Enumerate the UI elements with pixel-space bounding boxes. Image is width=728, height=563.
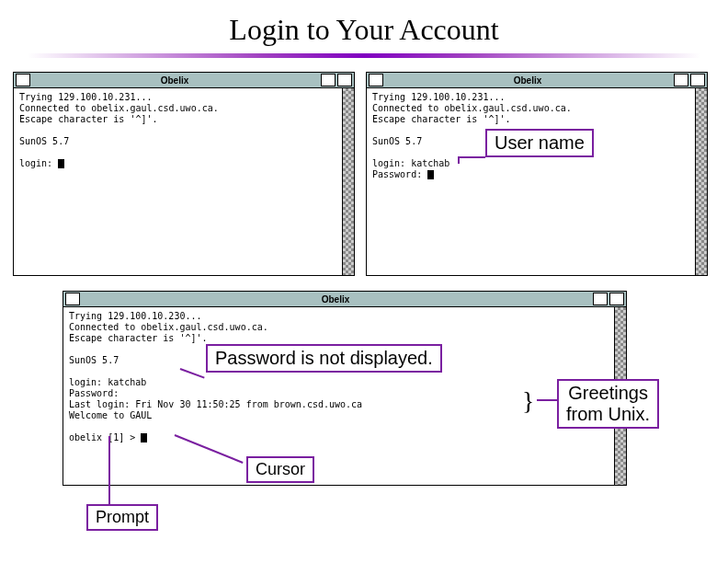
sysmenu-icon <box>16 74 30 86</box>
sysmenu-icon <box>65 293 80 305</box>
callout-connector <box>458 156 485 158</box>
terminal-line: SunOS 5.7 <box>372 136 422 146</box>
callout-cursor: Cursor <box>246 456 314 483</box>
terminal-line: Escape character is '^]'. <box>372 114 511 124</box>
cursor-block-icon <box>427 170 434 179</box>
window-title: Obelix <box>30 75 319 86</box>
callout-password: Password is not displayed. <box>206 344 442 373</box>
terminal-body: Trying 129.100.10.231... Connected to ob… <box>14 88 354 173</box>
callout-username: User name <box>485 129 594 157</box>
terminal-line: SunOS 5.7 <box>19 136 69 146</box>
terminal-password-prompt: Obelix Trying 129.100.10.231... Connecte… <box>366 72 708 276</box>
terminal-line: login: katchab <box>69 377 146 387</box>
titlebar: Obelix <box>63 292 626 307</box>
terminal-login-prompt: Obelix Trying 129.100.10.231... Connecte… <box>13 72 355 276</box>
callout-connector <box>108 436 110 504</box>
title-underline <box>28 53 700 58</box>
terminal-line: Trying 129.100.10.231... <box>19 92 153 102</box>
terminal-line: Escape character is '^]'. <box>19 114 158 124</box>
titlebar: Obelix <box>367 73 707 88</box>
terminal-line: Welcome to GAUL <box>69 410 152 420</box>
brace-icon: } <box>522 386 534 416</box>
minimize-icon <box>593 293 608 305</box>
terminal-line: Connected to obelix.gaul.csd.uwo.ca. <box>19 103 219 113</box>
minimize-icon <box>321 74 336 86</box>
window-title: Obelix <box>383 75 672 86</box>
terminal-line: Password: <box>69 388 119 398</box>
terminal-line: Connected to obelix.gaul.csd.uwo.ca. <box>69 322 268 332</box>
terminal-logged-in: Obelix Trying 129.100.10.230... Connecte… <box>63 291 627 486</box>
terminal-line: Trying 129.100.10.230... <box>69 311 202 321</box>
scrollbar <box>695 88 707 275</box>
terminal-line: login: <box>19 158 58 168</box>
terminal-line: obelix [1] > <box>69 432 141 442</box>
terminal-line: login: katchab <box>372 158 449 168</box>
scrollbar <box>342 88 354 275</box>
terminal-line: Last login: Fri Nov 30 11:50:25 from bro… <box>69 399 362 409</box>
terminal-line: Trying 129.100.10.231... <box>372 92 506 102</box>
terminal-line: SunOS 5.7 <box>69 355 119 365</box>
cursor-block-icon <box>141 433 147 442</box>
terminal-line: Connected to obelix.gaul.csd.uwo.ca. <box>372 103 572 113</box>
titlebar: Obelix <box>14 73 354 88</box>
sysmenu-icon <box>369 74 383 86</box>
callout-greetings: Greetings from Unix. <box>557 379 659 429</box>
minimize-icon <box>674 74 688 86</box>
maximize-icon <box>337 74 352 86</box>
window-title: Obelix <box>80 294 591 304</box>
callout-prompt: Prompt <box>86 504 158 531</box>
callout-line: Greetings <box>568 383 648 403</box>
callout-line: from Unix. <box>566 404 650 424</box>
terminal-line: Escape character is '^]'. <box>69 333 208 343</box>
cursor-block-icon <box>58 159 64 168</box>
terminal-body: Trying 129.100.10.230... Connected to ob… <box>63 307 626 447</box>
maximize-icon <box>609 293 624 305</box>
maximize-icon <box>690 74 705 86</box>
slide-title: Login to Your Account <box>0 13 728 47</box>
callout-connector <box>537 399 557 401</box>
terminal-line: Password: <box>372 169 427 179</box>
callout-connector <box>458 156 460 164</box>
